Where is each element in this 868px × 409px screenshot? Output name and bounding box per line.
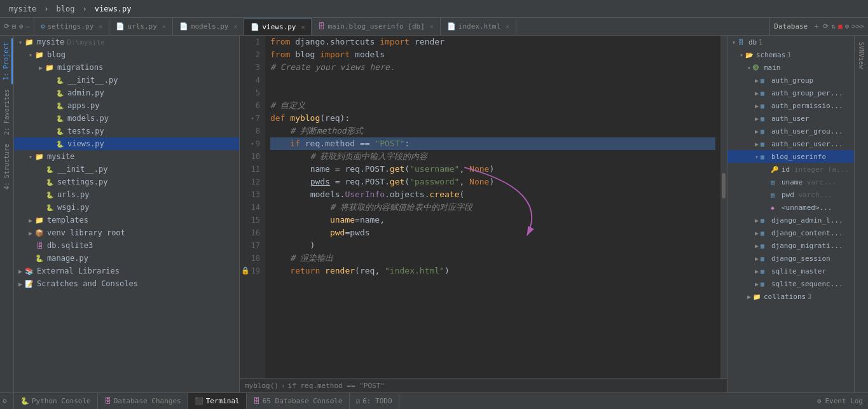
folder-icon: 📁 <box>34 50 45 60</box>
db-item-auth-user-grou[interactable]: ▶ ▦ auth_user_grou... <box>727 125 854 137</box>
side-tab-project[interactable]: 1: Project <box>1 38 13 84</box>
code-content[interactable]: from django.shortcuts import render from… <box>265 36 720 378</box>
bottom-tab-terminal-icon[interactable]: ⚙ <box>0 393 14 409</box>
db-item-django-admin[interactable]: ▶ ▦ django_admin_l... <box>727 214 854 226</box>
db-item-col-pwd[interactable]: ▤ pwd varch... <box>727 188 854 201</box>
editor-scrollbar-thumb[interactable] <box>722 173 726 198</box>
table-icon: ▦ <box>761 267 769 275</box>
tab-blog-userinfo-close[interactable]: ✕ <box>430 23 434 30</box>
sidebar-sync-icon[interactable]: ⟳ <box>4 22 10 31</box>
tree-item-models[interactable]: 🐍 models.py <box>14 112 239 125</box>
tree-item-mysite-inner[interactable]: ▾ 📁 mysite <box>14 150 239 163</box>
db-item-sqlite-sequence[interactable]: ▶ ▦ sqlite_sequenc... <box>727 277 854 290</box>
db-item-label: django_admin_l... <box>771 216 843 225</box>
tree-item-mysite-root[interactable]: ▾ 📁 mysite D:\mysite <box>14 36 239 48</box>
db-item-django-migrati[interactable]: ▶ ▦ django_migrati... <box>727 239 854 252</box>
folder-arrow-icon: ▾ <box>27 52 34 59</box>
db-item-col-unnamed[interactable]: ◆ <unnamed>... <box>727 201 854 214</box>
db-sync-icon[interactable]: ⇅ <box>831 22 836 31</box>
db-item-schemas[interactable]: ▾ 📂 schemas 1 <box>727 48 854 61</box>
tree-item-templates[interactable]: ▶ 📁 templates <box>14 214 239 226</box>
top-item-blog[interactable]: blog <box>53 4 79 13</box>
tree-item-ext-libs[interactable]: ▶ 📚 External Libraries <box>14 265 239 277</box>
tree-item-migrations[interactable]: ▶ 📁 migrations <box>14 61 239 74</box>
tree-item-wsgi[interactable]: 🐍 wsgi.py <box>14 201 239 214</box>
top-item-views[interactable]: views.py <box>91 4 135 13</box>
table-icon: ▦ <box>761 114 769 123</box>
tab-index-html-close[interactable]: ✕ <box>506 23 509 30</box>
tree-item-scratches[interactable]: ▶ 📝 Scratches and Consoles <box>14 277 239 290</box>
bottom-settings-icon[interactable]: ⚙ <box>817 397 822 405</box>
db-item-label: auth_group <box>771 76 813 85</box>
db-item-blog-userinfo[interactable]: ▾ ▦ blog_userinfo <box>727 150 854 163</box>
code-line-14: # 将获取的内容赋值给表中的对应字段 <box>270 201 715 214</box>
tree-item-apps[interactable]: 🐍 apps.py <box>14 99 239 112</box>
editor-scrollbar[interactable] <box>720 36 727 378</box>
db-item-collations[interactable]: ▶ 📁 collations 3 <box>727 290 854 303</box>
db-item-auth-permission[interactable]: ▶ ▦ auth_permissio... <box>727 99 854 112</box>
db-item-db1[interactable]: ▾ 🗄 db 1 <box>727 36 854 48</box>
db-item-col-id[interactable]: 🔑 id integer (a... <box>727 163 854 176</box>
code-line-13: models.UserInfo.objects.create( <box>270 188 715 201</box>
folder-arrow-icon: ▶ <box>17 268 24 275</box>
tree-item-label: manage.py <box>47 254 88 263</box>
tab-views[interactable]: 📄 views.py ✕ <box>244 18 312 35</box>
db-gear-icon[interactable]: ⚙ <box>845 22 850 31</box>
side-tab-svn[interactable]: SVNView <box>856 38 867 73</box>
tab-urls[interactable]: 📄 urls.py ✕ <box>109 18 172 35</box>
tab-settings[interactable]: ⚙ settings.py ✕ <box>34 18 110 35</box>
tree-item-settings[interactable]: 🐍 settings.py <box>14 176 239 188</box>
db-item-label: blog_userinfo <box>771 153 826 161</box>
sidebar: ▾ 📁 mysite D:\mysite ▾ 📁 blog ▶ 📁 migrat… <box>14 36 240 392</box>
db-item-auth-user-user[interactable]: ▶ ▦ auth_user_user... <box>727 137 854 150</box>
folder-icon: 📁 <box>24 37 34 47</box>
tab-urls-close[interactable]: ✕ <box>162 23 166 30</box>
db-item-auth-user[interactable]: ▶ ▦ auth_user <box>727 112 854 125</box>
tree-item-admin[interactable]: 🐍 admin.py <box>14 87 239 99</box>
tab-models[interactable]: 📄 models.py ✕ <box>173 18 245 35</box>
db-item-django-content[interactable]: ▶ ▦ django_content... <box>727 226 854 239</box>
db-stop-icon[interactable]: ■ <box>838 22 843 31</box>
db-item-col-uname[interactable]: ▤ uname varc... <box>727 176 854 188</box>
event-log-label[interactable]: Event Log <box>825 397 863 405</box>
bottom-tab-db-console[interactable]: 🗄 65 Database Console <box>247 393 350 409</box>
db-arrow-icon: ▾ <box>738 52 745 59</box>
tree-item-init2[interactable]: 🐍 __init__.py <box>14 163 239 176</box>
db-add-icon[interactable]: ＋ <box>813 21 820 32</box>
tree-item-manage[interactable]: 🐍 manage.py <box>14 252 239 265</box>
tree-item-views[interactable]: 🐍 views.py <box>14 137 239 150</box>
tree-item-dbsqlite3[interactable]: 🗄 db.sqlite3 <box>14 239 239 252</box>
db-arrow-icon: ▶ <box>753 115 761 122</box>
ext-libs-icon: 📚 <box>24 266 34 276</box>
folder-icon: 📁 <box>34 215 45 225</box>
sidebar-gear-icon[interactable]: ⚙ <box>19 22 24 31</box>
tab-models-close[interactable]: ✕ <box>233 23 237 30</box>
tab-blog-userinfo[interactable]: 🗄 main.blog_userinfo [db] ✕ <box>312 18 440 35</box>
tree-item-urls[interactable]: 🐍 urls.py <box>14 188 239 201</box>
tree-item-blog[interactable]: ▾ 📁 blog <box>14 48 239 61</box>
db-item-main[interactable]: ▾ 🅢 main <box>727 61 854 74</box>
side-tab-favorites[interactable]: 2: Favorites <box>1 85 12 139</box>
bottom-tab-db-changes[interactable]: 🗄 Database Changes <box>98 393 188 409</box>
db-refresh-icon[interactable]: ⟳ <box>823 22 829 31</box>
top-item-mysite[interactable]: mysite <box>5 4 40 13</box>
sidebar-collapse-icon[interactable]: ⊟ <box>12 22 17 31</box>
tree-item-venv[interactable]: ▶ 📦 venv library root <box>14 226 239 239</box>
db-more-icon[interactable]: >>> <box>851 22 864 31</box>
tree-item-label: venv library root <box>47 228 125 237</box>
db-item-django-session[interactable]: ▶ ▦ django_session <box>727 252 854 265</box>
sidebar-close-icon[interactable]: — <box>25 22 30 31</box>
side-tab-structure[interactable]: 4: Structure <box>1 140 12 193</box>
bottom-tab-terminal[interactable]: ⬛ Terminal <box>188 393 247 409</box>
tab-index-html[interactable]: 📄 index.html ✕ <box>441 18 516 35</box>
bottom-tab-todo[interactable]: ☑ 6: TODO <box>350 393 399 409</box>
tree-item-tests[interactable]: 🐍 tests.py <box>14 125 239 137</box>
tab-views-close[interactable]: ✕ <box>301 24 305 31</box>
tab-settings-close[interactable]: ✕ <box>99 23 102 30</box>
db-item-auth-group-per[interactable]: ▶ ▦ auth_group_per... <box>727 87 854 99</box>
db-item-auth-group[interactable]: ▶ ▦ auth_group <box>727 74 854 87</box>
db-item-sqlite-master[interactable]: ▶ ▦ sqlite_master <box>727 265 854 277</box>
bottom-tab-python-console[interactable]: 🐍 Python Console <box>14 393 98 409</box>
index-html-icon: 📄 <box>447 22 456 31</box>
tree-item-init1[interactable]: 🐍 __init__.py <box>14 74 239 87</box>
